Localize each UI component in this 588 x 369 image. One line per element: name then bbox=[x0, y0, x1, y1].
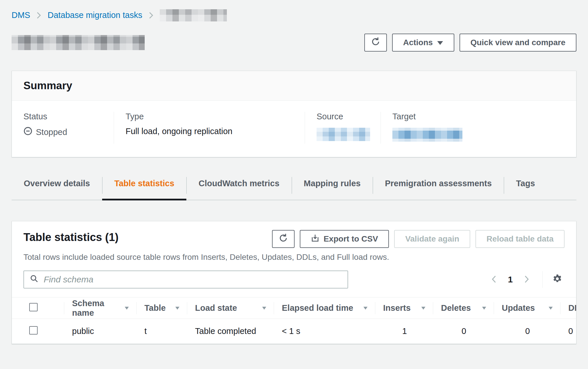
refresh-icon bbox=[371, 37, 381, 49]
row-checkbox[interactable] bbox=[29, 326, 38, 335]
table-preferences-button[interactable] bbox=[550, 274, 565, 286]
table-controls: 1 bbox=[12, 271, 576, 297]
search-icon bbox=[30, 274, 38, 285]
sort-icon bbox=[363, 306, 368, 310]
quick-view-and-compare-button[interactable]: Quick view and compare bbox=[460, 34, 576, 52]
sort-icon bbox=[262, 306, 267, 310]
status-text: Stopped bbox=[36, 127, 67, 137]
table-statistics-title: Table statistics (1) bbox=[23, 231, 119, 244]
summary-panel: Summary Status Stopped Type Full load, bbox=[12, 71, 576, 157]
column-header-updates[interactable]: Updates bbox=[494, 297, 560, 319]
source-label: Source bbox=[317, 112, 369, 121]
table-row: public t Table completed < 1 s 1 0 0 0 bbox=[12, 319, 576, 344]
table-statistics-description: Total rows include loaded source table r… bbox=[12, 248, 576, 271]
breadcrumb-task-name-redacted bbox=[160, 9, 227, 21]
tab-cloudwatch-metrics[interactable]: CloudWatch metrics bbox=[186, 176, 291, 200]
column-header-schema-name[interactable]: Schema name bbox=[64, 297, 136, 319]
select-all-checkbox[interactable] bbox=[29, 303, 38, 311]
select-all-header bbox=[12, 297, 64, 319]
chevron-right-icon bbox=[36, 11, 41, 19]
export-to-csv-label: Export to CSV bbox=[324, 234, 378, 244]
column-label: Elapsed load time bbox=[282, 303, 353, 313]
table-statistics-header: Table statistics (1) bbox=[12, 221, 576, 248]
column-header-table[interactable]: Table bbox=[136, 297, 187, 319]
table-statistics-panel: Table statistics (1) bbox=[12, 221, 576, 344]
table-statistics-table: Schema name Table Load bbox=[12, 297, 576, 344]
table-refresh-button[interactable] bbox=[272, 230, 295, 248]
stopped-status-icon bbox=[23, 127, 32, 138]
page-title-redacted bbox=[12, 35, 145, 50]
summary-target-column: Target bbox=[381, 112, 576, 144]
export-to-csv-button[interactable]: Export to CSV bbox=[300, 230, 389, 248]
column-label: Updates bbox=[502, 303, 535, 313]
validate-again-button[interactable]: Validate again bbox=[394, 230, 470, 248]
tab-overview-details[interactable]: Overview details bbox=[12, 176, 102, 200]
pagination: 1 bbox=[487, 271, 565, 288]
summary-source-column: Source bbox=[305, 112, 381, 144]
column-label: Inserts bbox=[383, 303, 411, 313]
row-select-cell bbox=[12, 319, 64, 344]
column-header-ddls[interactable]: DDLs bbox=[560, 297, 576, 319]
actions-button-label: Actions bbox=[403, 38, 433, 47]
refresh-icon bbox=[278, 233, 288, 245]
reload-table-data-button[interactable]: Reload table data bbox=[475, 230, 565, 248]
table-header-row: Schema name Table Load bbox=[12, 297, 576, 319]
column-label: DDLs bbox=[568, 303, 576, 313]
refresh-button[interactable] bbox=[364, 34, 387, 52]
sort-icon bbox=[482, 306, 487, 310]
summary-panel-header: Summary bbox=[12, 71, 576, 101]
cell-ddls: 0 bbox=[560, 319, 576, 344]
summary-type-column: Type Full load, ongoing replication bbox=[114, 112, 305, 144]
gear-icon bbox=[552, 274, 563, 286]
previous-page-button[interactable] bbox=[487, 275, 501, 285]
reload-table-data-label: Reload table data bbox=[486, 234, 554, 244]
cell-load-state: Table completed bbox=[187, 319, 274, 344]
next-page-button[interactable] bbox=[520, 275, 534, 285]
sort-icon bbox=[548, 306, 553, 310]
column-header-inserts[interactable]: Inserts bbox=[375, 297, 433, 319]
tab-mapping-rules[interactable]: Mapping rules bbox=[292, 176, 373, 200]
target-link-redacted[interactable] bbox=[392, 128, 462, 142]
find-schema-input[interactable] bbox=[43, 274, 342, 285]
page-number-1[interactable]: 1 bbox=[501, 275, 520, 284]
quick-view-button-label: Quick view and compare bbox=[471, 38, 565, 47]
column-header-deletes[interactable]: Deletes bbox=[433, 297, 494, 319]
table-statistics-buttons: Export to CSV Validate again Reload tabl… bbox=[272, 230, 565, 248]
source-link-redacted[interactable] bbox=[317, 128, 370, 141]
column-label: Deletes bbox=[441, 303, 471, 313]
cell-updates: 0 bbox=[494, 319, 560, 344]
status-label: Status bbox=[23, 112, 102, 121]
summary-grid: Status Stopped Type Full load, ongoing r… bbox=[12, 101, 576, 157]
cell-elapsed-load-time: < 1 s bbox=[274, 319, 375, 344]
chevron-right-icon bbox=[149, 11, 153, 19]
cell-inserts: 1 bbox=[375, 319, 433, 344]
page-header-actions: Actions Quick view and compare bbox=[364, 34, 576, 52]
summary-title: Summary bbox=[23, 80, 565, 92]
sort-icon bbox=[175, 306, 180, 310]
schema-search-box bbox=[23, 271, 348, 288]
breadcrumb-link-dms[interactable]: DMS bbox=[12, 10, 30, 20]
sort-icon bbox=[421, 306, 426, 310]
column-header-elapsed-load-time[interactable]: Elapsed load time bbox=[274, 297, 375, 319]
column-label: Load state bbox=[195, 303, 237, 313]
download-icon bbox=[311, 234, 319, 244]
page-header: Actions Quick view and compare bbox=[12, 34, 576, 52]
dms-task-page: DMS Database migration tasks Actions bbox=[0, 0, 588, 344]
tab-table-statistics[interactable]: Table statistics bbox=[102, 176, 186, 200]
column-header-load-state[interactable]: Load state bbox=[187, 297, 274, 319]
validate-again-label: Validate again bbox=[405, 234, 459, 244]
caret-down-icon bbox=[437, 38, 443, 47]
column-label: Table bbox=[144, 303, 166, 313]
tab-premigration-assessments[interactable]: Premigration assessments bbox=[373, 176, 504, 200]
status-value: Stopped bbox=[23, 127, 102, 138]
sort-icon bbox=[124, 306, 129, 310]
pager-divider bbox=[542, 271, 543, 288]
target-label: Target bbox=[392, 112, 565, 121]
chevron-left-icon bbox=[491, 275, 497, 285]
task-detail-tabs: Overview details Table statistics CloudW… bbox=[12, 176, 576, 200]
cell-table: t bbox=[136, 319, 187, 344]
summary-status-column: Status Stopped bbox=[12, 112, 114, 144]
breadcrumb-link-tasks[interactable]: Database migration tasks bbox=[47, 10, 142, 20]
tab-tags[interactable]: Tags bbox=[504, 176, 547, 200]
actions-button[interactable]: Actions bbox=[392, 34, 454, 52]
